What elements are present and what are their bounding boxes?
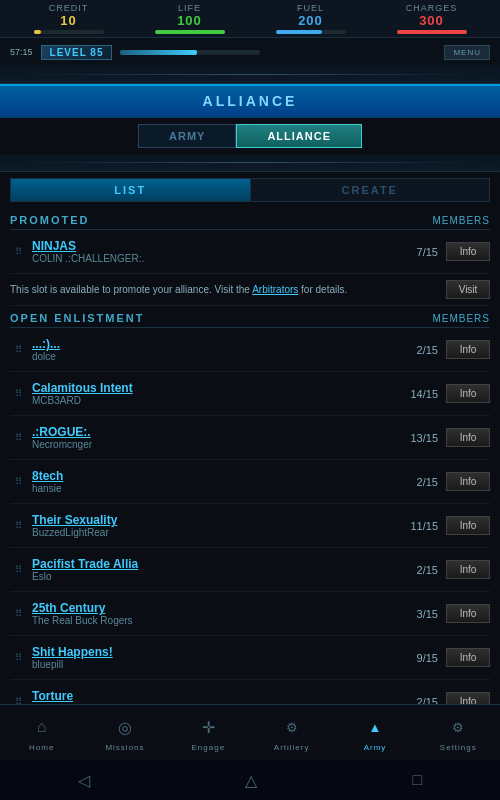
row-right: 2/15 Info	[403, 560, 490, 579]
info-button[interactable]: Info	[446, 516, 490, 535]
tab-army[interactable]: ARMY	[138, 124, 236, 148]
army-icon: ▲	[361, 713, 389, 741]
alliance-name[interactable]: 25th Century	[32, 601, 403, 615]
alliance-name[interactable]: Calamitous Intent	[32, 381, 403, 395]
table-row: ⠿ .:ROGUE:. Necromcnger 13/15 Info	[10, 416, 490, 460]
open-enlistment-rows: ⠿ ...:)... dolce 2/15 Info ⠿ Calamitous …	[10, 328, 490, 724]
table-row: ⠿ Pacifist Trade Allia Eslo 2/15 Info	[10, 548, 490, 592]
row-right: 2/15 Info	[403, 340, 490, 359]
members-count: 3/15	[403, 608, 438, 620]
charges-value: 300	[419, 13, 444, 28]
alliance-sub: hansie	[32, 483, 403, 494]
life-status: LIFE 100	[150, 3, 230, 34]
xp-bar	[120, 50, 260, 55]
alliance-name[interactable]: Pacifist Trade Allia	[32, 557, 403, 571]
info-button[interactable]: Info	[446, 648, 490, 667]
members-count: 2/15	[403, 564, 438, 576]
menu-button[interactable]: MENU	[444, 45, 490, 60]
nav-artillery[interactable]: ⚙ Artillery	[250, 713, 333, 752]
alliance-name[interactable]: Torture	[32, 689, 403, 703]
table-row: ⠿ 25th Century The Real Buck Rogers 3/15…	[10, 592, 490, 636]
arbitrators-link[interactable]: Arbitrators	[252, 284, 298, 295]
table-row: ⠿ Shit Happens! bluepill 9/15 Info	[10, 636, 490, 680]
visit-button[interactable]: Visit	[446, 280, 490, 299]
nav-army-label: Army	[364, 743, 387, 752]
info-button[interactable]: Info	[446, 472, 490, 491]
bottom-nav: ⌂ Home ◎ Missions ✛ Engage ⚙ Artillery ▲…	[0, 704, 500, 760]
promoted-label: PROMOTED	[10, 214, 90, 226]
alliance-sub: BuzzedLightRear	[32, 527, 403, 538]
promo-text: This slot is available to promote your a…	[10, 284, 446, 295]
nav-home[interactable]: ⌂ Home	[0, 713, 83, 752]
row-info: Shit Happens! bluepill	[32, 645, 403, 670]
info-button[interactable]: Info	[446, 428, 490, 447]
nav-settings[interactable]: ⚙ Settings	[417, 713, 500, 752]
row-info: Calamitous Intent MCB3ARD	[32, 381, 403, 406]
nav-army[interactable]: ▲ Army	[333, 713, 416, 752]
alliance-name[interactable]: NINJAS	[32, 239, 403, 253]
row-right: 13/15 Info	[403, 428, 490, 447]
row-right: 3/15 Info	[403, 604, 490, 623]
charges-bar	[397, 30, 467, 34]
nav-missions[interactable]: ◎ Missions	[83, 713, 166, 752]
info-button[interactable]: Info	[446, 384, 490, 403]
nav-home-label: Home	[29, 743, 54, 752]
table-row: ⠿ 8tech hansie 2/15 Info	[10, 460, 490, 504]
fuel-status: FUEL 200	[271, 3, 351, 34]
info-button[interactable]: Info	[446, 604, 490, 623]
row-info: ...:)... dolce	[32, 337, 403, 362]
nav-engage-label: Engage	[192, 743, 226, 752]
nav-artillery-label: Artillery	[274, 743, 310, 752]
info-button[interactable]: Info	[446, 242, 490, 261]
level-row: 57:15 LEVEL 85 MENU	[0, 38, 500, 66]
members-count: 2/15	[403, 476, 438, 488]
back-button[interactable]: ◁	[78, 771, 90, 790]
row-right: 7/15 Info	[403, 242, 490, 261]
alliance-name[interactable]: 8tech	[32, 469, 403, 483]
drag-icon: ⠿	[10, 474, 26, 490]
info-button[interactable]: Info	[446, 340, 490, 359]
level-badge: LEVEL 85	[41, 45, 113, 60]
alliance-sub: COLIN .:CHALLENGER:.	[32, 253, 403, 264]
members-count: 2/15	[403, 344, 438, 356]
nav-engage[interactable]: ✛ Engage	[167, 713, 250, 752]
alliance-sub: Eslo	[32, 571, 403, 582]
table-row: ⠿ Their Sexuality BuzzedLightRear 11/15 …	[10, 504, 490, 548]
alliance-sub: bluepill	[32, 659, 403, 670]
alliance-sub: The Real Buck Rogers	[32, 615, 403, 626]
promo-slot: This slot is available to promote your a…	[10, 274, 490, 306]
promoted-section-header: PROMOTED MEMBERS	[10, 208, 490, 230]
level-xp-area: 57:15 LEVEL 85	[10, 45, 260, 60]
tab-list[interactable]: LIST	[11, 179, 251, 201]
alliance-name[interactable]: .:ROGUE:.	[32, 425, 403, 439]
fuel-label: FUEL	[297, 3, 324, 13]
tab-create[interactable]: CREATE	[251, 179, 490, 201]
row-info: Their Sexuality BuzzedLightRear	[32, 513, 403, 538]
life-label: LIFE	[178, 3, 201, 13]
alliance-name[interactable]: ...:)...	[32, 337, 403, 351]
row-right: 14/15 Info	[403, 384, 490, 403]
deco-header-2	[0, 154, 500, 172]
promoted-members-label: MEMBERS	[432, 215, 490, 226]
artillery-icon: ⚙	[278, 713, 306, 741]
members-count: 11/15	[403, 520, 438, 532]
alliance-name[interactable]: Their Sexuality	[32, 513, 403, 527]
settings-icon: ⚙	[444, 713, 472, 741]
alliance-name[interactable]: Shit Happens!	[32, 645, 403, 659]
members-count: 9/15	[403, 652, 438, 664]
nav-settings-label: Settings	[440, 743, 477, 752]
info-button[interactable]: Info	[446, 560, 490, 579]
drag-icon: ⠿	[10, 244, 26, 260]
mode-tabs: ARMY ALLIANCE	[0, 118, 500, 154]
credit-bar	[34, 30, 104, 34]
drag-icon: ⠿	[10, 562, 26, 578]
row-info: 25th Century The Real Buck Rogers	[32, 601, 403, 626]
charges-label: CHARGES	[406, 3, 458, 13]
tab-alliance[interactable]: ALLIANCE	[236, 124, 362, 148]
home-button[interactable]: △	[245, 771, 257, 790]
row-right: 11/15 Info	[403, 516, 490, 535]
recents-button[interactable]: □	[413, 771, 423, 789]
sub-tabs: LIST CREATE	[10, 178, 490, 202]
engage-icon: ✛	[194, 713, 222, 741]
alliance-sub: dolce	[32, 351, 403, 362]
